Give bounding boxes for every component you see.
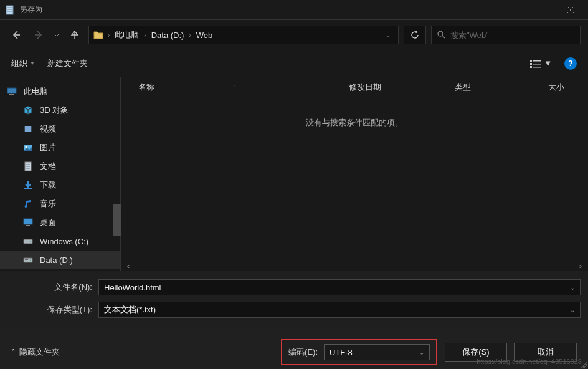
search-box[interactable] <box>431 26 581 44</box>
sidebar-item-label: 文档 <box>40 161 56 172</box>
svg-rect-14 <box>533 64 541 65</box>
svg-rect-18 <box>9 94 14 95</box>
breadcrumb-item[interactable]: Data (D:) <box>150 29 186 41</box>
col-size-label: 大小 <box>548 82 564 93</box>
nav-bar: › 此电脑 › Data (D:) › Web ⌄ <box>0 20 588 50</box>
help-button[interactable]: ? <box>564 57 577 70</box>
close-button[interactable] <box>558 1 583 19</box>
scroll-right-icon[interactable]: › <box>576 261 586 271</box>
empty-message: 没有与搜索条件匹配的项。 <box>121 117 588 128</box>
chevron-down-icon[interactable]: ⌄ <box>570 284 575 291</box>
sidebar-item[interactable]: 文档 <box>0 157 120 176</box>
recent-dropdown[interactable] <box>52 26 61 44</box>
desktop-icon <box>22 217 34 228</box>
svg-rect-15 <box>530 66 532 68</box>
filetype-select[interactable]: 文本文档(*.txt) ⌄ <box>98 302 581 318</box>
chevron-right-icon[interactable]: › <box>189 32 191 39</box>
svg-rect-31 <box>26 225 30 226</box>
sidebar-scrollbar-thumb[interactable] <box>113 204 121 236</box>
filename-row: 文件名(N): HelloWorld.html ⌄ <box>7 279 581 295</box>
sidebar-root-thispc[interactable]: 此电脑 <box>0 82 120 101</box>
svg-point-36 <box>30 260 31 261</box>
svg-rect-30 <box>24 219 32 224</box>
chevron-right-icon[interactable]: › <box>108 32 110 39</box>
chevron-up-icon: ˄ <box>11 348 16 357</box>
sidebar-item[interactable]: 下载 <box>0 176 120 194</box>
sidebar-item[interactable]: 3D 对象 <box>0 101 120 120</box>
scroll-left-icon[interactable]: ‹ <box>123 261 133 271</box>
col-size[interactable]: 大小 <box>538 82 588 93</box>
cube-icon <box>22 105 34 116</box>
back-button[interactable] <box>7 26 25 44</box>
sidebar: 此电脑 3D 对象视频图片文档下载音乐桌面Windows (C:)Data (D… <box>0 77 121 271</box>
forward-button[interactable] <box>30 26 47 44</box>
filetype-label: 保存类型(T): <box>7 304 98 315</box>
sidebar-item[interactable]: 图片 <box>0 138 120 157</box>
chevron-down-icon: ▼ <box>544 59 552 68</box>
breadcrumb-item[interactable]: Web <box>195 29 214 41</box>
file-area: 名称 ˄ 修改日期 类型 大小 没有与搜索条件匹配的项。 ‹ › <box>121 77 588 271</box>
sidebar-item-label: 桌面 <box>40 217 56 228</box>
sidebar-root-label: 此电脑 <box>24 86 48 97</box>
filename-label: 文件名(N): <box>7 282 98 293</box>
svg-rect-20 <box>24 126 25 132</box>
sidebar-item-label: 3D 对象 <box>40 105 69 116</box>
sidebar-item[interactable]: 音乐 <box>0 194 120 213</box>
filename-value: HelloWorld.html <box>104 283 161 292</box>
encoding-value: UTF-8 <box>330 348 353 357</box>
filetype-row: 保存类型(T): 文本文档(*.txt) ⌄ <box>7 302 581 318</box>
chevron-down-icon[interactable]: ⌄ <box>570 307 575 314</box>
sidebar-item[interactable]: Data (D:) <box>0 251 120 269</box>
toolbar: 组织 ▼ 新建文件夹 ▼ ? <box>0 50 588 77</box>
filename-input[interactable]: HelloWorld.html ⌄ <box>98 279 581 295</box>
sidebar-item[interactable]: 桌面 <box>0 213 120 232</box>
col-name[interactable]: 名称 ˄ <box>121 82 339 93</box>
sidebar-item[interactable]: 视频 <box>0 120 120 138</box>
search-icon <box>437 30 445 41</box>
drive-icon <box>22 236 34 247</box>
chevron-down-icon[interactable]: ⌄ <box>419 349 424 356</box>
organize-label: 组织 <box>11 58 27 69</box>
sidebar-item-label: 音乐 <box>40 198 56 209</box>
titlebar: 另存为 <box>0 0 588 20</box>
encoding-select[interactable]: UTF-8 ⌄ <box>324 344 430 360</box>
save-label: 保存(S) <box>462 347 489 358</box>
notepad-icon <box>5 5 15 15</box>
new-folder-label: 新建文件夹 <box>47 58 88 69</box>
col-type-label: 类型 <box>455 82 471 93</box>
up-button[interactable] <box>66 26 83 44</box>
col-date[interactable]: 修改日期 <box>339 82 445 93</box>
new-folder-button[interactable]: 新建文件夹 <box>47 58 88 69</box>
search-input[interactable] <box>450 31 575 40</box>
svg-rect-0 <box>6 6 13 14</box>
svg-rect-13 <box>530 63 532 65</box>
chevron-down-icon: ▼ <box>30 60 35 66</box>
doc-icon <box>22 161 34 172</box>
refresh-button[interactable] <box>404 26 426 44</box>
encoding-label: 编码(E): <box>288 347 318 358</box>
sidebar-item-label: 图片 <box>40 142 56 153</box>
chevron-right-icon[interactable]: › <box>144 32 146 39</box>
view-options-button[interactable]: ▼ <box>530 59 552 68</box>
file-inputs: 文件名(N): HelloWorld.html ⌄ 保存类型(T): 文本文档(… <box>0 271 588 329</box>
resize-grip[interactable] <box>579 360 587 368</box>
sidebar-item[interactable]: Windows (C:) <box>0 232 120 251</box>
sidebar-item-label: 视频 <box>40 123 56 135</box>
horizontal-scrollbar[interactable]: ‹ › <box>121 261 588 271</box>
column-headers: 名称 ˄ 修改日期 类型 大小 <box>121 77 588 97</box>
col-type[interactable]: 类型 <box>445 82 538 93</box>
col-name-label: 名称 <box>138 82 154 93</box>
organize-menu[interactable]: 组织 ▼ <box>11 58 35 69</box>
sidebar-item-label: Windows (C:) <box>40 237 88 246</box>
address-dropdown[interactable]: ⌄ <box>382 32 394 39</box>
svg-rect-19 <box>24 126 32 132</box>
svg-rect-11 <box>530 60 532 62</box>
drive-icon <box>22 254 34 266</box>
svg-rect-16 <box>533 67 541 68</box>
address-bar[interactable]: › 此电脑 › Data (D:) › Web ⌄ <box>88 26 399 44</box>
hide-folders-toggle[interactable]: ˄ 隐藏文件夹 <box>11 347 60 358</box>
svg-point-33 <box>30 241 31 242</box>
watermark: https://blog.csdn.net/qq_43516928 <box>477 358 582 365</box>
breadcrumb-item[interactable]: 此电脑 <box>113 28 140 42</box>
hide-folders-label: 隐藏文件夹 <box>19 347 60 358</box>
